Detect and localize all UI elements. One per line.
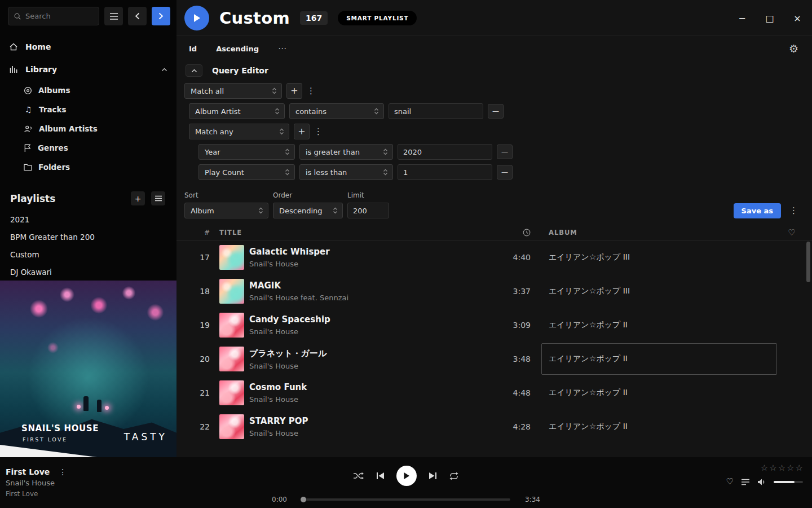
sort-direction-button[interactable]: Ascending [216, 45, 259, 53]
sort-select[interactable]: Album [184, 203, 268, 218]
favorite-button[interactable]: ♡ [726, 478, 734, 486]
sidebar-item-home[interactable]: Home [0, 36, 176, 58]
star-icon[interactable]: ☆ [787, 464, 794, 472]
search-input[interactable] [25, 12, 94, 20]
remove-rule-button[interactable]: — [497, 165, 513, 179]
track-number: 19 [176, 321, 210, 330]
sidebar-item-genres[interactable]: Genres [0, 138, 176, 157]
track-list: 17 Galactic Whisper Snail's House 4:40 エ… [176, 240, 812, 457]
repeat-button[interactable] [449, 472, 459, 480]
scrollbar-thumb[interactable] [806, 242, 810, 282]
play-icon [193, 14, 201, 23]
select-arrows-icon [383, 148, 388, 156]
sidebar-item-tracks[interactable]: ♫ Tracks [0, 100, 176, 119]
queue-button[interactable] [741, 479, 750, 485]
album-art-thumbnail [219, 245, 244, 270]
save-as-button[interactable]: Save as [734, 203, 781, 218]
volume-slider[interactable] [774, 481, 803, 483]
star-icon[interactable]: ☆ [769, 464, 776, 472]
back-button[interactable] [128, 7, 147, 25]
table-row[interactable]: 19 Candy Spaceship Snail's House 3:09 エイ… [176, 308, 812, 342]
playlist-item[interactable]: Custom [0, 246, 176, 264]
rule-operator-select[interactable]: contains [289, 103, 384, 119]
table-row[interactable]: 22 STARRY POP Snail's House 4:28 エイリアン☆ポ… [176, 410, 812, 444]
track-number: 17 [176, 253, 210, 262]
sidebar-item-folders[interactable]: Folders [0, 157, 176, 177]
table-row[interactable]: 18 MAGIK Snail's House feat. Sennzai 3:3… [176, 274, 812, 308]
group-options-button[interactable]: ⋮ [307, 86, 315, 96]
seek-bar[interactable] [302, 498, 510, 501]
sidebar-item-albums[interactable]: Albums [0, 81, 176, 100]
search-box[interactable] [8, 7, 99, 25]
minimize-button[interactable]: − [736, 13, 748, 24]
now-playing-options-button[interactable]: ⋮ [59, 467, 67, 476]
menu-button[interactable] [104, 7, 123, 25]
sidebar-item-album-artists[interactable]: Album Artists [0, 119, 176, 138]
playlist-item[interactable]: 2021 [0, 211, 176, 229]
limit-input[interactable] [347, 203, 389, 218]
chevron-right-icon [158, 12, 164, 20]
search-icon [14, 12, 21, 20]
column-album[interactable]: ALBUM [549, 229, 780, 237]
column-favorite[interactable]: ♡ [780, 227, 803, 238]
maximize-button[interactable]: □ [764, 13, 775, 24]
sort-field-button[interactable]: Id [189, 45, 197, 53]
rule-field-select[interactable]: Year [198, 144, 295, 160]
match-type-select[interactable]: Match all [184, 83, 282, 99]
repeat-icon [449, 472, 459, 480]
select-arrows-icon [383, 168, 388, 176]
volume-button[interactable] [757, 478, 766, 486]
volume-fill [774, 481, 795, 483]
nested-match-type-select[interactable]: Match any [189, 124, 289, 139]
order-select[interactable]: Descending [273, 203, 343, 218]
focused-album-cell[interactable]: エイリアン☆ポップ II [541, 343, 777, 375]
rule-operator-select[interactable]: is less than [299, 164, 393, 180]
table-row[interactable]: 20 プラネット・ガール Snail's House 3:48 エイリアン☆ポッ… [176, 342, 812, 376]
track-table-header: # TITLE ALBUM ♡ [176, 225, 812, 240]
settings-gear-button[interactable]: ⚙ [789, 42, 798, 55]
play-pause-button[interactable] [396, 466, 417, 486]
seek-knob[interactable] [301, 497, 306, 502]
add-rule-button[interactable]: + [286, 83, 302, 99]
now-playing-album-art[interactable]: SNAIL'S HOUSE FIRST LOVE TASTY [0, 281, 176, 457]
playlist-options-button[interactable] [151, 191, 165, 205]
playlist-item[interactable]: BPM Greater than 200 [0, 229, 176, 246]
rule-field-select[interactable]: Album Artist [189, 103, 285, 119]
rule-value-input[interactable] [398, 164, 492, 180]
sidebar-item-library[interactable]: Library [0, 58, 176, 81]
select-arrows-icon [272, 87, 277, 95]
remove-rule-button[interactable]: — [497, 144, 513, 159]
star-icon[interactable]: ☆ [796, 464, 803, 472]
rule-value-input[interactable] [398, 144, 492, 160]
forward-button[interactable] [152, 7, 170, 25]
column-title[interactable]: TITLE [210, 229, 475, 237]
add-playlist-button[interactable]: + [131, 191, 145, 205]
play-playlist-button[interactable] [184, 6, 209, 30]
playlist-item[interactable]: DJ Okawari [0, 264, 176, 281]
shuffle-button[interactable] [353, 472, 364, 480]
previous-track-button[interactable] [376, 472, 385, 480]
rule-value-input[interactable] [389, 103, 483, 119]
track-album: エイリアン☆ポップ II [549, 354, 628, 364]
add-rule-button[interactable]: + [294, 124, 310, 139]
track-artist: Snail's House feat. Sennzai [249, 294, 475, 302]
select-arrows-icon [374, 107, 379, 115]
track-artist: Snail's House [249, 260, 475, 268]
column-duration[interactable] [475, 229, 531, 237]
save-options-button[interactable]: ⋮ [789, 205, 797, 216]
table-row[interactable]: 17 Galactic Whisper Snail's House 4:40 エ… [176, 240, 812, 274]
remove-rule-button[interactable]: — [488, 104, 504, 119]
query-editor-collapse-button[interactable] [186, 64, 202, 77]
next-track-button[interactable] [429, 472, 437, 480]
rule-operator-select[interactable]: is greater than [299, 144, 393, 160]
star-icon[interactable]: ☆ [761, 464, 768, 472]
star-icon[interactable]: ☆ [778, 464, 785, 472]
group-options-button[interactable]: ⋮ [314, 126, 322, 137]
table-row[interactable]: 21 Cosmo Funk Snail's House 4:48 エイリアン☆ポ… [176, 376, 812, 410]
album-art-thumbnail [219, 414, 244, 439]
more-options-button[interactable]: ⋯ [278, 43, 287, 54]
select-arrows-icon [285, 148, 290, 156]
column-number[interactable]: # [176, 229, 210, 237]
close-button[interactable]: × [792, 13, 803, 24]
rule-field-select[interactable]: Play Count [198, 164, 295, 180]
